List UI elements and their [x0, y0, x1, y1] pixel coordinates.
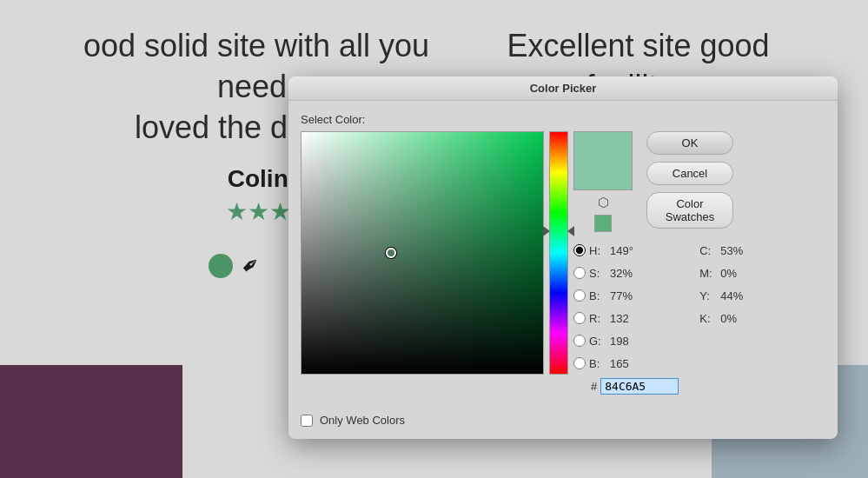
gradient-canvas[interactable]: [301, 131, 544, 375]
K-label: K:: [699, 312, 717, 325]
buttons-section: OK Cancel Color Swatches: [646, 131, 733, 229]
right-panel: ⬡ OK Cancel Color Swatches: [573, 131, 762, 395]
C-field-row: C: 53%: [692, 239, 762, 262]
M-value: 0%: [720, 267, 762, 280]
hsb-rgb-col: H: 149° S: 32%: [573, 239, 679, 395]
H-label: H:: [589, 244, 606, 257]
B2-value: 165: [610, 357, 652, 370]
H-radio[interactable]: [573, 244, 586, 256]
G-field-row: G: 198: [573, 329, 679, 352]
H-value: 149°: [610, 244, 652, 257]
B-radio[interactable]: [573, 289, 586, 302]
S-field-row: S: 32%: [573, 262, 679, 284]
hue-slider-container: [549, 131, 568, 375]
Y-field-row: Y: 44%: [692, 284, 762, 307]
dialog-footer: Only Web Colors: [288, 407, 838, 439]
cube-icon: ⬡: [598, 195, 609, 210]
G-value: 198: [610, 335, 652, 348]
hash-row: #: [573, 378, 679, 395]
color-small-swatch: [594, 215, 612, 232]
R-value: 132: [610, 312, 652, 325]
R-radio[interactable]: [573, 312, 586, 324]
color-swatches-button[interactable]: Color Swatches: [646, 192, 733, 229]
C-label: C:: [699, 244, 717, 257]
color-picker-dialog: Color Picker Select Color:: [288, 76, 838, 439]
hue-slider[interactable]: [549, 131, 568, 375]
hue-arrow-right: [543, 226, 550, 236]
hue-arrow-left: [567, 226, 574, 236]
R-label: R:: [589, 312, 606, 325]
cmyk-col: C: 53% M: 0% Y: 44%: [692, 239, 762, 395]
gradient-picker[interactable]: [301, 131, 544, 375]
dialog-title: Color Picker: [530, 82, 597, 95]
only-web-colors-checkbox[interactable]: [301, 415, 313, 427]
Y-value: 44%: [720, 289, 762, 302]
C-value: 53%: [720, 244, 762, 257]
S-radio[interactable]: [573, 267, 586, 279]
cancel-button[interactable]: Cancel: [646, 162, 733, 185]
select-color-label: Select Color:: [301, 113, 762, 126]
S-label: S:: [589, 267, 606, 280]
B2-field-row: B: 165: [573, 352, 679, 375]
picker-cursor[interactable]: [386, 248, 396, 258]
S-value: 32%: [610, 267, 652, 280]
K-field-row: K: 0%: [692, 307, 762, 329]
color-preview-box: [573, 131, 633, 190]
dialog-body: Select Color:: [288, 101, 838, 407]
ok-button[interactable]: OK: [646, 131, 733, 155]
M-field-row: M: 0%: [692, 262, 762, 284]
G-label: G:: [589, 335, 606, 348]
H-field-row: H: 149°: [573, 239, 679, 262]
hash-input[interactable]: [600, 378, 679, 395]
B2-label: B:: [589, 357, 606, 370]
M-label: M:: [699, 267, 717, 280]
B2-radio[interactable]: [573, 357, 586, 369]
G-radio[interactable]: [573, 335, 586, 347]
color-preview-section: ⬡: [573, 131, 633, 232]
dialog-titlebar: Color Picker: [288, 76, 838, 101]
B-field-row: B: 77%: [573, 284, 679, 307]
Y-label: Y:: [699, 289, 717, 302]
only-web-colors-label: Only Web Colors: [320, 414, 405, 427]
K-value: 0%: [720, 312, 762, 325]
hash-label: #: [591, 380, 597, 393]
color-fields: H: 149° S: 32%: [573, 239, 762, 395]
R-field-row: R: 132: [573, 307, 679, 329]
B-label: B:: [589, 289, 606, 302]
B-value: 77%: [610, 289, 652, 302]
